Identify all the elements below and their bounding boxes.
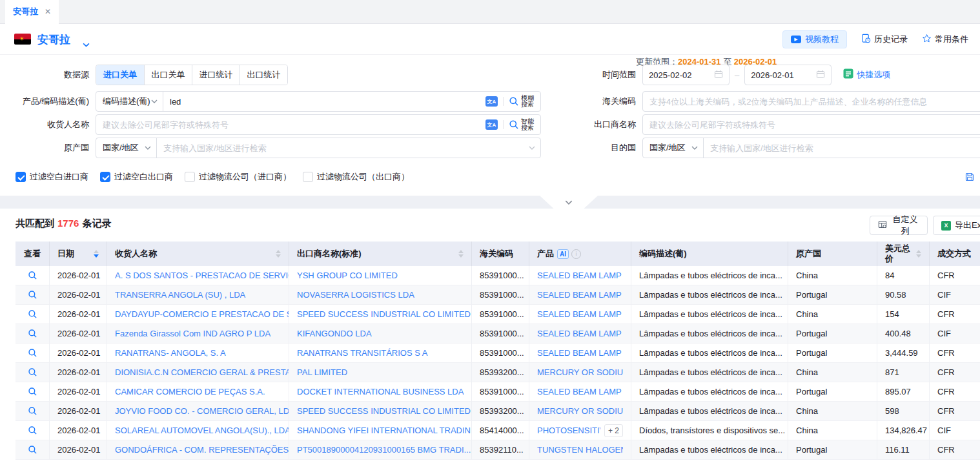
cell-consignee-link[interactable]: GONDOÁFRICA - COM. REPRESENTAÇÕES ... <box>107 440 289 460</box>
cell-usd-total: 400.48 <box>877 324 930 344</box>
exporter-input[interactable] <box>643 120 980 130</box>
cell-product-link[interactable]: SEALED BEAM LAMP ... <box>537 382 623 402</box>
view-record-button[interactable] <box>28 406 37 416</box>
magnifier-icon <box>28 290 37 300</box>
tab-export-declarations[interactable]: 出口关单 <box>144 65 192 85</box>
time-range-label: 时间范围 <box>529 65 636 85</box>
destination-type-select[interactable]: 国家/地区 <box>643 138 704 158</box>
cell-date: 2026-02-01 <box>50 382 107 402</box>
end-date-input[interactable]: 2026-02-01 <box>744 65 832 85</box>
view-record-button[interactable] <box>28 329 37 338</box>
info-icon[interactable]: i <box>571 249 581 259</box>
cell-product-link[interactable]: TUNGSTEN HALOGEN... <box>537 440 623 460</box>
sort-icon[interactable] <box>94 250 99 258</box>
cell-exporter-link[interactable]: RANATRANS TRANSITÁRIOS S A <box>289 344 472 363</box>
product-field-select[interactable]: 编码描述(葡) <box>96 92 163 111</box>
cell-description: Lâmpadas e tubos eléctricos de inca... <box>631 440 788 460</box>
cell-product-link[interactable]: PHOTOSENSITIV... <box>537 421 600 440</box>
translate-icon[interactable]: 文A <box>485 119 498 130</box>
favorites-button[interactable]: 常用条件 <box>922 34 968 45</box>
consignee-input[interactable] <box>96 120 485 130</box>
cell-consignee-link[interactable]: JOYVIO FOOD CO. - COMERCIO GERAL, LDA <box>107 402 289 421</box>
cell-consignee-link[interactable]: RANATRANS- ANGOLA, S. A <box>107 344 289 363</box>
cell-consignee-link[interactable]: TRANSERRA ANGOLA (SU) , LDA <box>107 285 289 305</box>
cell-exporter-link[interactable]: PAL LIMITED <box>289 363 472 382</box>
magnifier-icon <box>28 445 37 455</box>
table-row: 2026-02-01 CAMICAR COMERCIO DE PEÇAS S.A… <box>15 382 980 402</box>
cell-exporter-link[interactable]: SPEED SUCCESS INDUSTRIAL CO LIMITED <box>289 402 472 421</box>
quick-options-link[interactable]: 快捷选项 <box>843 68 890 81</box>
hs-code-input[interactable] <box>643 97 980 107</box>
start-date-input[interactable]: 2025-02-02 <box>642 65 730 85</box>
cell-usd-total: 116.11 <box>877 440 930 460</box>
view-record-button[interactable] <box>28 290 37 300</box>
translate-icon[interactable]: 文A <box>485 96 498 107</box>
export-excel-button[interactable]: X 导出Excel <box>933 216 980 235</box>
cell-exporter-link[interactable]: SHANDONG YIFEI INTERNATIONAL TRADIN... <box>289 421 472 440</box>
cell-exporter-link[interactable]: SPEED SUCCESS INDUSTRIAL CO LIMITED <box>289 305 472 324</box>
star-icon <box>922 34 932 45</box>
favorites-label: 常用条件 <box>935 34 968 45</box>
view-record-button[interactable] <box>28 271 37 280</box>
cell-product-link[interactable]: MERCURY OR SODIU... <box>537 363 623 382</box>
cell-exporter-link[interactable]: PT50018900004120931000165 BMG TRADI... <box>289 440 472 460</box>
table-body: 2026-02-01 A. S DOS SANTOS - PRESTACAO D… <box>15 266 980 460</box>
tab-angola[interactable]: 安哥拉 ✕ <box>5 0 59 24</box>
checkbox-filter-logistics-importer[interactable]: 过滤物流公司（进口商） <box>185 171 291 183</box>
col-header-consignee[interactable]: 收货人名称 <box>107 242 289 266</box>
col-header-date[interactable]: 日期 <box>50 242 107 266</box>
video-tutorial-label: 视频教程 <box>805 34 839 45</box>
results-summary: 共匹配到1776条记录 <box>15 218 111 230</box>
customize-columns-button[interactable]: 自定义列 <box>870 216 928 235</box>
checkbox-filter-blank-importer[interactable]: 过滤空白进口商 <box>15 171 88 183</box>
checkbox-filter-blank-exporter[interactable]: 过滤空白出口商 <box>100 171 173 183</box>
cell-exporter-link[interactable]: DOCKET INTERNATIONAL BUSINESS LDA <box>289 382 472 402</box>
origin-type-select[interactable]: 国家/地区 <box>96 138 157 158</box>
view-record-button[interactable] <box>28 387 37 396</box>
product-extra-badge[interactable]: + 2 <box>604 424 623 437</box>
tab-import-declarations[interactable]: 进口关单 <box>96 65 144 85</box>
chevron-down-icon[interactable] <box>83 38 90 50</box>
cell-consignee-link[interactable]: DIONISIA.C.N COMERCIO GERAL & PRESTA... <box>107 363 289 382</box>
cell-exporter-link[interactable]: YSH GROUP CO LIMITED <box>289 266 472 285</box>
cell-consignee-link[interactable]: DAYDAYUP-COMERCIO E PRESTACAO DE S... <box>107 305 289 324</box>
tab-import-statistics[interactable]: 进口统计 <box>192 65 240 85</box>
view-record-button[interactable] <box>28 445 37 455</box>
sort-icon[interactable] <box>458 250 464 258</box>
cell-product-link[interactable]: MERCURY OR SODIU... <box>537 402 623 421</box>
col-header-exporter[interactable]: 出口商名称(标准) <box>289 242 472 266</box>
save-conditions-button[interactable] <box>965 172 975 182</box>
close-icon[interactable]: ✕ <box>45 7 51 16</box>
cell-consignee-link[interactable]: A. S DOS SANTOS - PRESTACAO DE SERVIC... <box>107 266 289 285</box>
sort-icon[interactable] <box>276 250 281 258</box>
sort-icon[interactable] <box>916 250 921 258</box>
cell-product-link[interactable]: SEALED BEAM LAMP ... <box>537 285 623 305</box>
cell-description: Díodos, transístores e dispositivos se..… <box>631 421 788 440</box>
history-button[interactable]: 历史记录 <box>861 34 908 45</box>
cell-product-link[interactable]: SEALED BEAM LAMP ... <box>537 344 623 363</box>
view-record-button[interactable] <box>28 367 37 377</box>
video-tutorial-button[interactable]: ▶ 视频教程 <box>782 30 847 48</box>
view-record-button[interactable] <box>28 426 37 435</box>
product-keyword-input[interactable] <box>163 97 485 107</box>
col-header-usd-total[interactable]: 美元总价 <box>877 242 930 266</box>
cell-exporter-link[interactable]: KIFANGONDO LDA <box>289 324 472 344</box>
country-title[interactable]: 安哥拉 <box>37 32 70 47</box>
cell-hs-code: 85391000... <box>472 382 529 402</box>
cell-product-link[interactable]: SEALED BEAM LAMP ... <box>537 266 623 285</box>
cell-origin: Portugal <box>788 285 877 305</box>
destination-country-input[interactable] <box>704 143 980 153</box>
collapse-filters-button[interactable] <box>540 196 598 209</box>
cell-exporter-link[interactable]: NOVASERRA LOGISTICS LDA <box>289 285 472 305</box>
cell-product-link[interactable]: SEALED BEAM LAMP ... <box>537 324 623 344</box>
origin-country-input[interactable] <box>157 143 529 153</box>
view-record-button[interactable] <box>28 348 37 358</box>
cell-consignee-link[interactable]: Fazenda Girassol Com IND AGRO P LDA <box>107 324 289 344</box>
cell-product-link[interactable]: SEALED BEAM LAMP ... <box>537 305 623 324</box>
view-record-button[interactable] <box>28 309 37 319</box>
checkbox-filter-logistics-exporter[interactable]: 过滤物流公司（出口商） <box>303 171 409 183</box>
cell-consignee-link[interactable]: SOLAREAL AUTOMOVEL ANGOLA(SU)., LDA <box>107 421 289 440</box>
tab-export-statistics[interactable]: 出口统计 <box>240 65 287 85</box>
cell-description: Lâmpadas e tubos eléctricos de inca... <box>631 344 788 363</box>
cell-consignee-link[interactable]: CAMICAR COMERCIO DE PEÇAS S.A. <box>107 382 289 402</box>
